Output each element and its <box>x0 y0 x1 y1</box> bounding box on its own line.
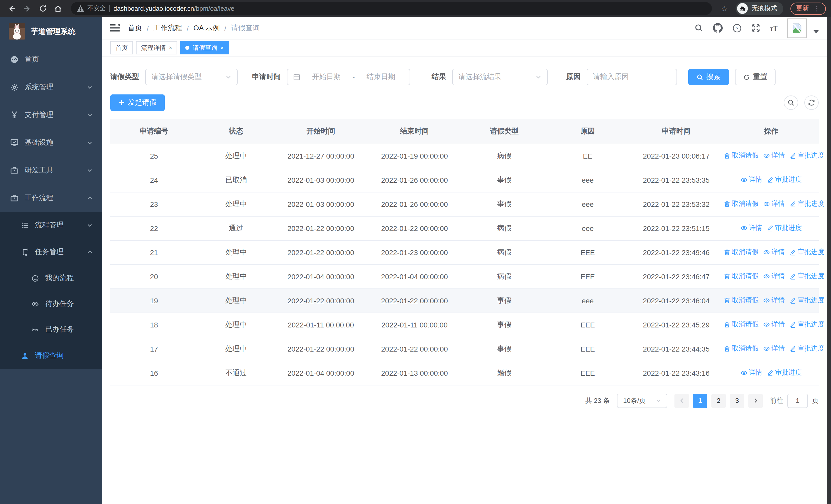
fullscreen-icon[interactable] <box>752 24 761 32</box>
sidebar-item-task-management[interactable]: 任务管理 <box>0 239 102 265</box>
detail-link[interactable]: 详情 <box>763 248 785 257</box>
sidebar-item-payment[interactable]: 支付管理 <box>0 101 102 129</box>
detail-link[interactable]: 详情 <box>763 344 785 353</box>
col-actions: 操作 <box>724 119 819 144</box>
page-button-3[interactable]: 3 <box>730 393 744 408</box>
avatar[interactable] <box>787 18 807 38</box>
reload-icon[interactable] <box>36 2 49 15</box>
reset-button[interactable]: 重置 <box>735 69 776 85</box>
search-icon[interactable] <box>695 24 704 32</box>
address-bar[interactable]: 不安全 dashboard.yudao.iocoder.cn/bpm/oa/le… <box>71 2 712 15</box>
create-leave-button[interactable]: 发起请假 <box>110 94 165 111</box>
bookmark-star-icon[interactable]: ☆ <box>718 4 730 13</box>
sidebar-item-my-process[interactable]: 我的流程 <box>0 265 102 291</box>
approval-progress-link[interactable]: 审批进度 <box>790 272 824 281</box>
close-icon[interactable]: × <box>221 45 224 51</box>
home-icon[interactable] <box>51 2 65 15</box>
search-button[interactable]: 搜索 <box>688 69 729 85</box>
detail-link[interactable]: 详情 <box>741 175 762 184</box>
show-search-icon[interactable] <box>784 95 798 110</box>
window-scrollbar[interactable] <box>827 17 831 504</box>
approval-progress-link[interactable]: 审批进度 <box>790 344 824 353</box>
cancel-leave-link[interactable]: 取消请假 <box>724 248 758 257</box>
detail-link[interactable]: 详情 <box>741 224 762 233</box>
sidebar-item-process-management[interactable]: 流程管理 <box>0 212 102 239</box>
sidebar-item-done-tasks[interactable]: 已办任务 <box>0 317 102 342</box>
next-page-icon[interactable] <box>748 393 763 408</box>
url-host: dashboard.yudao.iocoder.cn <box>113 5 194 12</box>
reason-label: 原因 <box>566 72 580 82</box>
detail-link[interactable]: 详情 <box>763 272 785 281</box>
face-icon <box>31 274 39 282</box>
result-select[interactable]: 请选择流结果 <box>452 69 548 85</box>
approval-progress-link[interactable]: 审批进度 <box>790 248 824 257</box>
browser-menu-icon[interactable]: ⋮ <box>813 5 820 12</box>
sidebar-item-dev-tools[interactable]: 研发工具 <box>0 156 102 184</box>
sidebar-item-infrastructure[interactable]: 基础设施 <box>0 129 102 156</box>
page-button-2[interactable]: 2 <box>711 393 726 408</box>
detail-link[interactable]: 详情 <box>741 368 762 378</box>
page-button-1[interactable]: 1 <box>693 393 707 408</box>
breadcrumb-workflow[interactable]: 工作流程 <box>153 23 182 33</box>
approval-progress-link[interactable]: 审批进度 <box>790 199 824 209</box>
prev-page-icon[interactable] <box>675 393 689 408</box>
tab-home[interactable]: 首页 <box>110 41 133 54</box>
back-icon[interactable] <box>5 2 19 15</box>
cell-type: 病假 <box>462 144 547 168</box>
sidebar-item-home[interactable]: 首页 <box>0 46 102 73</box>
detail-link[interactable]: 详情 <box>763 199 785 209</box>
cell-start: 2022-01-22 00:00:00 <box>275 289 367 313</box>
font-size-icon[interactable]: TT <box>770 24 778 32</box>
breadcrumb-home[interactable]: 首页 <box>128 23 142 33</box>
sidebar-item-leave-query[interactable]: 请假查询 <box>0 342 102 369</box>
breadcrumb-oa-example[interactable]: OA 示例 <box>194 23 220 33</box>
chevron-down-icon <box>87 140 93 146</box>
detail-link[interactable]: 详情 <box>763 320 785 329</box>
help-icon[interactable]: ? <box>733 23 742 33</box>
tab-leave-query[interactable]: 请假查询× <box>180 41 229 54</box>
cell-end: 2022-01-04 00:00:00 <box>367 264 462 289</box>
sidebar-collapse-icon[interactable] <box>110 24 120 32</box>
tab-process-detail[interactable]: 流程详情× <box>136 41 177 54</box>
update-button[interactable]: 更新 ⋮ <box>791 2 826 14</box>
monitor-check-icon <box>10 139 19 147</box>
cancel-leave-link[interactable]: 取消请假 <box>724 320 758 329</box>
forward-icon[interactable] <box>21 2 34 15</box>
reason-input[interactable]: 请输入原因 <box>587 69 677 85</box>
cancel-leave-link[interactable]: 取消请假 <box>724 272 758 281</box>
approval-progress-link[interactable]: 审批进度 <box>790 151 824 160</box>
chevron-down-icon[interactable] <box>813 30 819 33</box>
sidebar-item-system[interactable]: 系统管理 <box>0 73 102 101</box>
detail-link[interactable]: 详情 <box>763 296 785 305</box>
cell-apply: 2022-01-22 23:46:04 <box>629 289 724 313</box>
page-size-select[interactable]: 10条/页 <box>617 393 667 408</box>
refresh-icon[interactable] <box>804 95 819 110</box>
approval-progress-link[interactable]: 审批进度 <box>790 320 824 329</box>
cancel-leave-link[interactable]: 取消请假 <box>724 296 758 305</box>
cancel-leave-link[interactable]: 取消请假 <box>724 151 758 160</box>
goto-page-input[interactable] <box>787 393 808 408</box>
security-warning-icon <box>77 5 84 12</box>
close-icon[interactable]: × <box>169 45 172 51</box>
table-row: 25处理中2021-12-27 00:00:002022-01-19 00:00… <box>110 144 819 168</box>
approval-progress-link[interactable]: 审批进度 <box>767 368 802 378</box>
leave-type-select[interactable]: 请选择请假类型 <box>145 69 238 85</box>
github-icon[interactable] <box>713 23 723 33</box>
cancel-leave-link[interactable]: 取消请假 <box>724 199 758 209</box>
approval-progress-link[interactable]: 审批进度 <box>767 175 802 184</box>
cell-actions: 取消请假详情审批进度 <box>724 289 819 313</box>
sidebar-item-todo-tasks[interactable]: 待办任务 <box>0 291 102 317</box>
apply-time-range-picker[interactable]: 开始日期 - 结束日期 <box>287 69 410 85</box>
approval-progress-link[interactable]: 审批进度 <box>767 224 802 233</box>
cell-start: 2022-01-04 00:00:00 <box>275 361 367 385</box>
cell-id: 16 <box>110 361 198 385</box>
detail-link[interactable]: 详情 <box>763 151 785 160</box>
cell-actions: 取消请假详情审批进度 <box>724 337 819 361</box>
chevron-up-icon <box>87 195 93 201</box>
cell-actions: 取消请假详情审批进度 <box>724 240 819 264</box>
app-logo[interactable]: 芋道管理系统 <box>0 17 102 46</box>
approval-progress-link[interactable]: 审批进度 <box>790 296 824 305</box>
sidebar-item-workflow[interactable]: 工作流程 <box>0 184 102 212</box>
cell-actions: 详情审批进度 <box>724 168 819 192</box>
cancel-leave-link[interactable]: 取消请假 <box>724 344 758 353</box>
